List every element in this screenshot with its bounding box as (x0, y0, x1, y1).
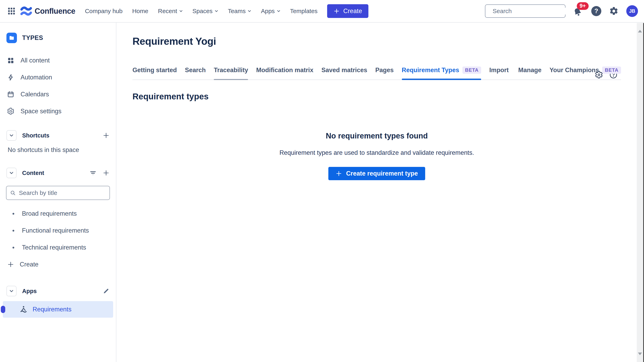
chevron-down-icon (9, 171, 14, 175)
bullet-icon (12, 230, 14, 232)
top-navigation: Confluence Company hub Home Recent Space… (0, 0, 644, 23)
page-item-functional-requirements[interactable]: Functional requirements (0, 222, 116, 239)
beta-badge: BETA (462, 67, 481, 74)
apps-section-header: Apps (0, 285, 116, 297)
scroll-up-arrow-icon[interactable] (638, 30, 642, 33)
shortcuts-section-header: Shortcuts (0, 129, 116, 142)
app-grid-icon (8, 7, 16, 15)
chevron-down-icon (214, 9, 218, 13)
tab-your-champions[interactable]: Your Champions BETA (550, 67, 621, 79)
sidebar-item-automation[interactable]: Automation (0, 69, 116, 86)
user-avatar[interactable]: JB (626, 5, 638, 17)
notification-count-badge: 9+ (577, 2, 589, 10)
nav-teams[interactable]: Teams (228, 8, 251, 15)
scroll-down-arrow-icon[interactable] (638, 352, 642, 355)
nav-apps[interactable]: Apps (261, 8, 280, 15)
active-indicator (1, 306, 5, 313)
chevron-down-icon (248, 9, 251, 13)
tab-search[interactable]: Search (185, 67, 206, 79)
section-heading: Requirement types (132, 92, 621, 101)
gear-icon (609, 6, 619, 16)
window-edge (643, 23, 644, 362)
bullet-icon (12, 213, 14, 215)
sidebar-item-all-content[interactable]: All content (0, 52, 116, 69)
content-title: Content (22, 170, 44, 176)
confluence-logo[interactable]: Confluence (20, 5, 75, 17)
topnav-right-group: 9+ ? JB (485, 5, 638, 18)
tab-manage[interactable]: Manage (518, 67, 541, 79)
tab-modification-matrix[interactable]: Modification matrix (256, 67, 313, 79)
logo-text: Confluence (35, 7, 75, 16)
page-title: Requirement Yogi (132, 36, 621, 47)
empty-state-description: Requirement types are used to standardiz… (132, 149, 621, 156)
tab-getting-started[interactable]: Getting started (132, 67, 177, 79)
help-button[interactable]: ? (591, 6, 601, 16)
bolt-icon (7, 74, 14, 81)
shortcuts-title: Shortcuts (22, 132, 49, 139)
gear-icon (7, 107, 14, 115)
sidebar-item-space-settings[interactable]: Space settings (0, 103, 116, 120)
sidebar-item-requirements[interactable]: Requirements (3, 301, 113, 318)
chevron-down-icon (9, 289, 14, 293)
empty-state-title: No requirement types found (132, 132, 621, 140)
vertical-scrollbar[interactable] (637, 23, 643, 362)
primary-nav: Company hub Home Recent Spaces Teams App… (85, 8, 318, 15)
create-requirement-type-button[interactable]: Create requirement type (328, 167, 425, 180)
bullet-icon (12, 247, 14, 249)
nav-recent[interactable]: Recent (158, 8, 183, 15)
plus-icon (336, 170, 342, 177)
plus-icon (7, 261, 14, 268)
content-section-header: Content (0, 166, 116, 179)
sidebar-item-calendars[interactable]: Calendars (0, 86, 116, 103)
content-search-input[interactable] (19, 190, 106, 196)
global-create-button[interactable]: Create (327, 4, 368, 18)
tab-requirement-types[interactable]: Requirement Types BETA (402, 67, 481, 79)
confluence-logo-icon (20, 5, 32, 17)
nav-templates[interactable]: Templates (290, 8, 318, 15)
global-search[interactable] (485, 5, 566, 18)
notifications-button[interactable]: 9+ (573, 5, 584, 17)
meditation-icon (19, 305, 28, 314)
content-search[interactable] (6, 186, 110, 200)
content-page-tree: Broad requirements Functional requiremen… (0, 205, 116, 273)
edit-apps-button[interactable] (103, 288, 110, 294)
space-nav: All content Automation Calendars Space s… (0, 52, 116, 120)
app-switcher-button[interactable] (6, 6, 17, 17)
tab-saved-matrices[interactable]: Saved matrices (322, 67, 367, 79)
nav-home[interactable]: Home (132, 8, 148, 15)
plus-icon (334, 8, 340, 14)
search-icon (10, 190, 16, 196)
nav-spaces[interactable]: Spaces (192, 8, 218, 15)
apps-collapse-button[interactable] (6, 286, 16, 296)
filter-icon (90, 169, 97, 176)
question-mark-icon: ? (594, 8, 598, 15)
tab-traceability[interactable]: Traceability (214, 67, 248, 79)
page-item-technical-requirements[interactable]: Technical requirements (0, 239, 116, 256)
tab-bar: Getting started Search Traceability Modi… (132, 67, 621, 80)
apps-title: Apps (22, 288, 37, 294)
calendar-icon (7, 91, 14, 98)
tab-import[interactable]: Import (489, 67, 508, 79)
shortcuts-collapse-button[interactable] (6, 130, 16, 141)
chevron-down-icon (179, 9, 183, 13)
beta-badge: BETA (602, 67, 621, 74)
chevron-down-icon (277, 9, 280, 13)
sidebar-create-page-button[interactable]: Create (0, 256, 116, 273)
space-avatar (6, 33, 17, 43)
add-content-button[interactable] (103, 169, 110, 176)
grid-icon (7, 57, 14, 64)
space-sidebar: TYPES All content Automation Calendars (0, 23, 116, 362)
page-item-broad-requirements[interactable]: Broad requirements (0, 205, 116, 222)
chevron-down-icon (9, 133, 14, 138)
space-header[interactable]: TYPES (0, 30, 116, 46)
settings-button[interactable] (608, 6, 619, 16)
add-shortcut-button[interactable] (103, 132, 110, 139)
global-search-input[interactable] (492, 8, 570, 15)
nav-company-hub[interactable]: Company hub (85, 8, 122, 15)
sidebar-item-label: Requirements (32, 306, 72, 313)
tab-pages[interactable]: Pages (375, 67, 394, 79)
filter-content-button[interactable] (90, 169, 97, 176)
main-content: Requirement Yogi Getting started Search … (117, 23, 637, 362)
content-collapse-button[interactable] (6, 168, 16, 178)
empty-state: No requirement types found Requirement t… (132, 132, 621, 180)
